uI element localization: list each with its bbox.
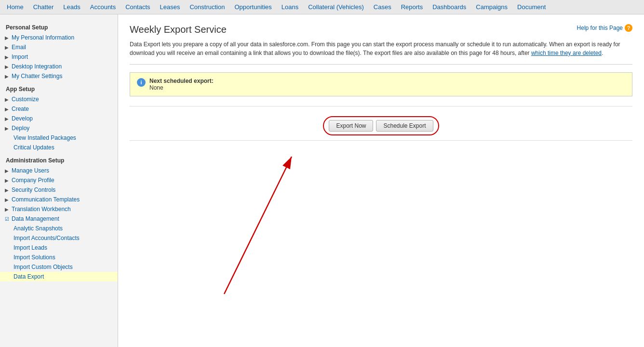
sub-item-label: Import Solutions: [13, 254, 55, 261]
expand-arrow: ▶: [5, 178, 12, 183]
sidebar-label: Customize: [12, 96, 39, 103]
sidebar-item-critical-updates[interactable]: Critical Updates: [0, 143, 118, 152]
info-label: Next scheduled export:: [149, 78, 214, 84]
nav-item-campaigns[interactable]: Campaigns: [471, 1, 512, 13]
info-value: None: [149, 84, 163, 91]
schedule-export-button[interactable]: Schedule Export: [376, 120, 433, 132]
sidebar-section-administration-setup: Administration Setup: [0, 152, 118, 166]
nav-item-leads[interactable]: Leads: [58, 1, 85, 13]
sidebar-sub-item-import-custom-objects[interactable]: Import Custom Objects: [0, 262, 118, 272]
sidebar-item-create[interactable]: ▶Create: [0, 104, 118, 114]
expand-arrow: ▶: [5, 97, 12, 102]
expand-arrow: ▶: [5, 207, 12, 212]
sidebar-sub-item-import-accountscontacts[interactable]: Import Accounts/Contacts: [0, 233, 118, 243]
expand-arrow: ▶: [5, 64, 12, 69]
help-link-text: Help for this Page: [577, 25, 623, 31]
sidebar-label: My Chatter Settings: [12, 73, 62, 80]
expand-arrow: ▶: [5, 107, 12, 112]
sub-item-label: Import Accounts/Contacts: [13, 235, 80, 241]
nav-item-cases[interactable]: Cases: [369, 1, 396, 13]
nav-item-chatter[interactable]: Chatter: [28, 1, 59, 13]
sidebar-item-my-personal-information[interactable]: ▶My Personal Information: [0, 33, 118, 42]
main-layout: Personal Setup▶My Personal Information▶E…: [0, 14, 644, 347]
sidebar-label: View Installed Packages: [13, 134, 76, 141]
sidebar-label: Critical Updates: [13, 144, 54, 151]
expand-arrow: ▶: [5, 74, 12, 79]
expand-arrow: ▶: [5, 187, 12, 193]
sidebar-label: Desktop Integration: [12, 63, 62, 70]
nav-item-loans[interactable]: Loans: [277, 1, 303, 13]
expand-arrow: ▶: [5, 168, 12, 174]
sidebar-item-manage-users[interactable]: ▶Manage Users: [0, 166, 118, 175]
nav-item-collateral-vehicles[interactable]: Collateral (Vehicles): [303, 1, 369, 13]
info-box: i Next scheduled export: None: [130, 72, 632, 96]
info-text: Next scheduled export: None: [149, 78, 214, 91]
expand-arrow: ▶: [5, 126, 12, 131]
action-buttons-container: Export Now Schedule Export: [323, 116, 439, 135]
export-now-button[interactable]: Export Now: [329, 120, 373, 132]
sidebar-label: Import: [12, 53, 28, 60]
sidebar-item-security-controls[interactable]: ▶Security Controls: [0, 185, 118, 195]
sidebar-label: Data Management: [12, 215, 59, 222]
sub-item-label: Data Export: [13, 273, 44, 280]
sidebar-item-communication-templates[interactable]: ▶Communication Templates: [0, 195, 118, 204]
sidebar-label: Email: [12, 44, 26, 51]
sidebar-item-email[interactable]: ▶Email: [0, 42, 118, 52]
sidebar-label: Translation Workbench: [12, 206, 71, 213]
svg-line-1: [224, 157, 292, 294]
page-title: Weekly Export Service: [130, 24, 227, 35]
sidebar-label: Deploy: [12, 125, 29, 132]
top-navigation: HomeChatterLeadsAccountsContactsLeasesCo…: [0, 0, 644, 14]
sidebar-sub-item-data-export[interactable]: Data Export: [0, 272, 118, 281]
sidebar-section-app-setup: App Setup: [0, 81, 118, 94]
sidebar-sub-item-analytic-snapshots[interactable]: Analytic Snapshots: [0, 224, 118, 233]
nav-item-opportunities[interactable]: Opportunities: [229, 1, 276, 13]
content-header: Weekly Export Service Help for this Page…: [130, 24, 632, 35]
sub-item-label: Analytic Snapshots: [13, 225, 63, 232]
expand-arrow: ☑: [5, 216, 12, 222]
nav-item-accounts[interactable]: Accounts: [85, 1, 121, 13]
nav-item-leases[interactable]: Leases: [155, 1, 185, 13]
content-area: Weekly Export Service Help for this Page…: [118, 14, 644, 347]
help-icon: ?: [625, 24, 632, 32]
sidebar-label: Communication Templates: [12, 196, 80, 203]
description-text: Data Export lets you prepare a copy of a…: [130, 40, 632, 65]
expand-arrow: ▶: [5, 116, 12, 121]
sidebar-label: My Personal Information: [12, 34, 74, 41]
sidebar-sub-item-import-solutions[interactable]: Import Solutions: [0, 253, 118, 262]
sidebar-item-customize[interactable]: ▶Customize: [0, 94, 118, 104]
sidebar-label: Security Controls: [12, 187, 55, 193]
sidebar-label: Manage Users: [12, 167, 49, 174]
nav-item-dashboards[interactable]: Dashboards: [428, 1, 471, 13]
sidebar-item-develop[interactable]: ▶Develop: [0, 114, 118, 123]
sidebar-item-company-profile[interactable]: ▶Company Profile: [0, 175, 118, 185]
help-link[interactable]: Help for this Page ?: [577, 24, 632, 32]
sidebar-section-personal-setup: Personal Setup: [0, 19, 118, 33]
sidebar-item-desktop-integration[interactable]: ▶Desktop Integration: [0, 62, 118, 71]
expand-arrow: ▶: [5, 54, 12, 60]
sidebar-item-my-chatter-settings[interactable]: ▶My Chatter Settings: [0, 71, 118, 81]
expand-arrow: ▶: [5, 45, 12, 50]
sidebar-item-data-management[interactable]: ☑Data Management: [0, 214, 118, 224]
sidebar-item-translation-workbench[interactable]: ▶Translation Workbench: [0, 204, 118, 214]
sidebar-label: Develop: [12, 115, 33, 122]
sidebar-label: Company Profile: [12, 177, 54, 184]
button-area: Export Now Schedule Export: [130, 106, 632, 141]
nav-item-document[interactable]: Document: [512, 1, 550, 13]
expand-arrow: ▶: [5, 197, 12, 202]
sidebar-item-import[interactable]: ▶Import: [0, 52, 118, 62]
sidebar-item-view-installed-packages[interactable]: View Installed Packages: [0, 133, 118, 143]
nav-item-reports[interactable]: Reports: [396, 1, 428, 13]
nav-item-construction[interactable]: Construction: [185, 1, 229, 13]
info-icon: i: [137, 78, 146, 87]
sidebar-item-deploy[interactable]: ▶Deploy: [0, 123, 118, 133]
sidebar-label: Create: [12, 106, 29, 112]
sub-item-label: Import Leads: [13, 244, 47, 251]
sidebar-sub-item-import-leads[interactable]: Import Leads: [0, 243, 118, 253]
sidebar: Personal Setup▶My Personal Information▶E…: [0, 14, 118, 347]
expand-arrow: ▶: [5, 35, 12, 40]
sub-item-label: Import Custom Objects: [13, 264, 73, 270]
nav-item-home[interactable]: Home: [2, 1, 28, 13]
nav-item-contacts[interactable]: Contacts: [121, 1, 155, 13]
description-link[interactable]: which time they are deleted: [531, 50, 602, 56]
